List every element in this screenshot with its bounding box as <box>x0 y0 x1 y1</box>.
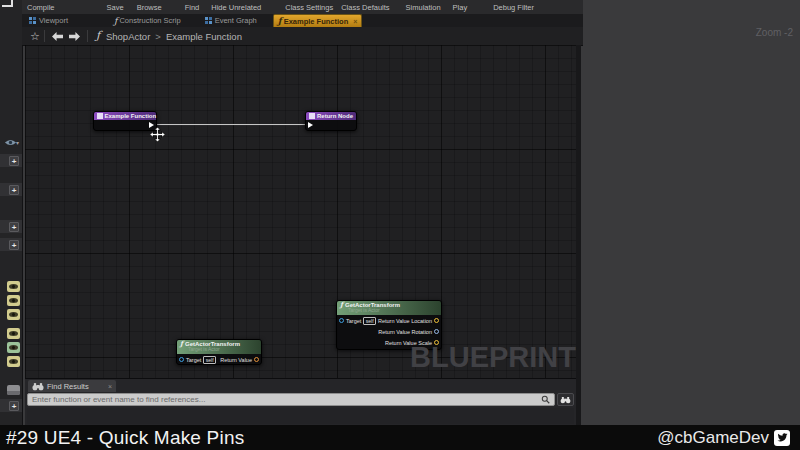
zoom-level-indicator: Zoom -2 <box>756 27 793 38</box>
variable-visibility-eye-icon[interactable] <box>7 295 20 306</box>
video-caption-bar: #29 UE4 - Quick Make Pins @cbGameDev <box>0 425 800 450</box>
add-button[interactable]: + <box>9 185 19 195</box>
function-entry-icon <box>97 113 103 119</box>
find-search-row <box>27 392 574 407</box>
close-icon[interactable]: × <box>108 383 112 390</box>
target-input-pin[interactable] <box>339 318 344 323</box>
add-button[interactable]: + <box>9 156 19 166</box>
add-button[interactable]: + <box>9 401 19 411</box>
blueprint-graph-canvas[interactable]: Example Function Return Node <box>25 45 576 378</box>
tab-event-graph[interactable]: Event Graph <box>201 14 261 27</box>
document-tabs: Viewport ƒ Construction Scrip Event Grap… <box>22 14 583 27</box>
pure-function-icon: ƒ <box>180 341 183 347</box>
chevron-down-icon[interactable]: ▾ <box>16 139 19 146</box>
function-icon: ƒ <box>114 17 117 25</box>
tab-example-function[interactable]: ƒ Example Function × <box>273 14 363 27</box>
self-reference-pill[interactable]: self <box>203 356 216 364</box>
forward-arrow-icon[interactable] <box>68 31 81 42</box>
find-search-input[interactable] <box>27 393 555 406</box>
exec-wire[interactable] <box>155 124 310 125</box>
location-output-pin[interactable] <box>434 318 439 323</box>
simulation-button[interactable]: Simulation <box>406 3 441 12</box>
variable-visibility-eye-icon[interactable] <box>7 356 20 367</box>
class-defaults-button[interactable]: Class Defaults <box>341 3 389 12</box>
variable-visibility-eye-icon[interactable] <box>7 328 20 339</box>
tab-construction-script[interactable]: ƒ Construction Scrip <box>110 14 185 27</box>
panel-corner-fragment <box>2 0 13 7</box>
back-arrow-icon[interactable] <box>51 31 64 42</box>
tab-viewport[interactable]: Viewport <box>25 14 72 27</box>
find-results-panel: Find Results × <box>25 378 576 426</box>
viewport-icon <box>29 17 37 25</box>
author-handle: @cbGameDev <box>657 428 769 448</box>
component-icon <box>7 385 20 395</box>
panel-divider <box>576 45 581 425</box>
editor-chrome: Compile Save Browse Find Hide Unrelated … <box>22 0 583 45</box>
find-in-blueprints-button[interactable] <box>557 393 574 406</box>
twitter-icon <box>774 430 790 446</box>
hide-unrelated-button[interactable]: Hide Unrelated <box>211 3 261 12</box>
variable-visibility-eye-icon[interactable] <box>7 342 20 353</box>
compile-button[interactable]: Compile <box>27 3 55 12</box>
episode-title: #29 UE4 - Quick Make Pins <box>6 427 244 449</box>
variable-visibility-eye-icon[interactable] <box>7 281 20 292</box>
ue4-blueprint-editor: ▾ + + + + + Compile Save Browse Find Hid… <box>0 0 800 450</box>
breadcrumb-root[interactable]: ShopActor <box>106 31 150 42</box>
function-icon: ƒ <box>96 32 100 40</box>
event-graph-icon <box>205 17 213 25</box>
play-button[interactable]: Play <box>453 3 468 12</box>
node-example-function[interactable]: Example Function <box>93 111 157 131</box>
rotation-output-pin[interactable] <box>434 329 439 334</box>
add-button[interactable]: + <box>9 240 19 250</box>
main-toolbar: Compile Save Browse Find Hide Unrelated … <box>22 0 583 15</box>
breadcrumb: ☆ ƒ ShopActor > Example Function <box>22 27 583 46</box>
node-get-actor-transform-small[interactable]: ƒ GetActorTransform Target is Actor Targ… <box>176 339 262 365</box>
left-sidebar-strip: ▾ + + + + + <box>0 0 23 425</box>
pure-function-icon: ƒ <box>340 302 343 308</box>
breadcrumb-separator: > <box>155 31 161 42</box>
function-result-icon <box>309 113 315 119</box>
debug-filter-dropdown[interactable]: Debug Filter <box>493 3 534 12</box>
target-input-pin[interactable] <box>179 357 184 362</box>
find-button[interactable]: Find <box>185 3 200 12</box>
node-return[interactable]: Return Node <box>305 111 357 131</box>
move-cursor-icon <box>150 127 165 142</box>
binoculars-icon <box>560 396 571 404</box>
variable-visibility-eye-icon[interactable] <box>7 309 20 320</box>
class-settings-button[interactable]: Class Settings <box>285 3 333 12</box>
blueprint-watermark: BLUEPRINT <box>410 343 576 372</box>
transform-output-pin[interactable] <box>254 357 259 362</box>
add-button[interactable]: + <box>9 222 19 232</box>
favorite-star-icon[interactable]: ☆ <box>30 30 40 43</box>
search-icon[interactable] <box>541 395 550 404</box>
exec-input-pin[interactable] <box>308 122 313 128</box>
find-results-list <box>27 408 574 424</box>
save-button[interactable]: Save <box>107 3 124 12</box>
self-reference-pill[interactable]: self <box>363 317 376 325</box>
function-icon: ƒ <box>278 17 282 25</box>
browse-button[interactable]: Browse <box>137 3 162 12</box>
breadcrumb-current[interactable]: Example Function <box>166 31 242 42</box>
find-results-tab[interactable]: Find Results × <box>28 380 116 392</box>
close-icon[interactable]: × <box>353 18 357 25</box>
binoculars-icon <box>32 382 44 391</box>
